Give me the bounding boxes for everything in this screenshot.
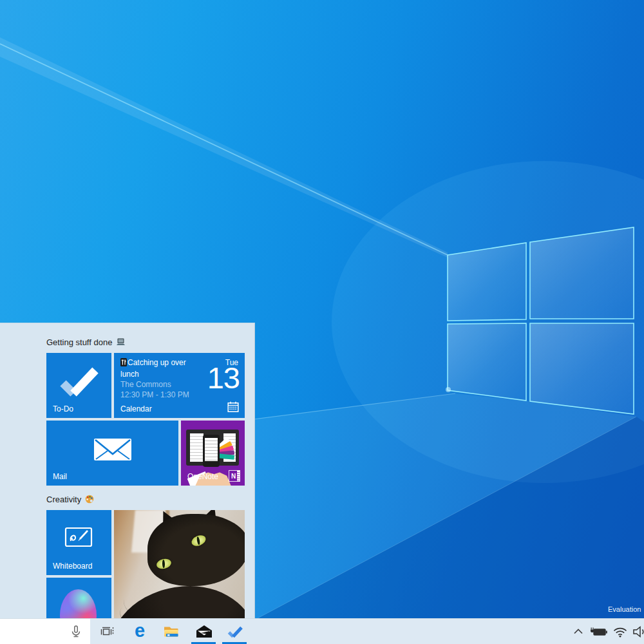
- logo-pane-bottom-right: [530, 323, 634, 414]
- logo-pane-bottom-left: [448, 323, 526, 401]
- tile-mail[interactable]: Mail: [46, 421, 178, 486]
- logo-pane-top-left: [448, 243, 526, 321]
- onenote-logo-letter: N: [231, 473, 236, 480]
- desktop: Evaluation Getting stuff done To-Do: [0, 0, 644, 644]
- speaker-icon: [632, 624, 644, 639]
- cat-photo: [114, 510, 245, 618]
- tile-group-title: Creativity: [46, 495, 81, 504]
- tile-photos[interactable]: [114, 510, 245, 618]
- tile-label: OneNote: [187, 472, 218, 481]
- volume-tray-button[interactable]: [632, 619, 644, 644]
- file-explorer-button[interactable]: [158, 619, 186, 644]
- cat-pupil: [196, 536, 200, 545]
- battery-charging-icon: [590, 626, 609, 638]
- dining-icon: [120, 358, 127, 369]
- checkmark-icon: [58, 364, 100, 399]
- phone-art: [203, 435, 220, 467]
- calendar-event: Catching up over lunch The Commons 12:30…: [120, 357, 199, 400]
- whiteboard-icon: [64, 526, 94, 549]
- calendar-day-number: 13: [207, 363, 240, 393]
- tile-group-title: Getting stuff done: [46, 337, 112, 347]
- tile-label: Whiteboard: [53, 562, 92, 571]
- cat-head: [147, 514, 245, 586]
- calendar-event-title: Catching up over lunch: [120, 358, 186, 379]
- evaluation-watermark: Evaluation: [608, 605, 641, 613]
- mail-icon: [196, 625, 212, 638]
- start-menu-tile-panel: Getting stuff done To-Do: [0, 323, 255, 618]
- battery-tray-button[interactable]: [589, 619, 611, 644]
- balloon-icon: [60, 589, 97, 618]
- onenote-logo: N: [229, 471, 240, 481]
- microphone-icon: [68, 624, 84, 639]
- edge-button[interactable]: e: [126, 619, 154, 644]
- todo-button[interactable]: [221, 619, 249, 644]
- tile-group-header-creativity[interactable]: Creativity: [46, 493, 94, 505]
- wifi-icon: [612, 624, 628, 639]
- show-hidden-icons-button[interactable]: [569, 619, 587, 644]
- tile-onenote[interactable]: N OneNote: [181, 421, 245, 486]
- todo-check-icon: [227, 623, 243, 640]
- taskbar: e: [0, 618, 644, 644]
- file-explorer-icon: [164, 625, 180, 638]
- tile-paint3d[interactable]: [46, 578, 111, 618]
- light-beam: [0, 37, 448, 258]
- search-microphone-button[interactable]: [67, 624, 85, 639]
- logo-corner-glow: [446, 387, 451, 392]
- tile-label: Calendar: [120, 404, 152, 413]
- tile-calendar[interactable]: Catching up over lunch The Commons 12:30…: [114, 353, 245, 418]
- calendar-event-time: 12:30 PM - 1:30 PM: [120, 390, 199, 400]
- task-view-icon: [100, 624, 115, 639]
- document-page-art: [190, 433, 204, 462]
- light-beam-line: [0, 44, 448, 255]
- envelope-icon: [94, 435, 131, 460]
- calendar-event-location: The Commons: [120, 379, 199, 390]
- calendar-icon: [227, 401, 239, 413]
- chevron-up-icon: [571, 624, 586, 639]
- onenote-logo-binding: [237, 471, 240, 481]
- edge-icon: e: [135, 621, 145, 640]
- phone-screen-art: [205, 438, 218, 461]
- tile-group-header-getting-stuff-done[interactable]: Getting stuff done: [46, 336, 126, 348]
- task-view-button[interactable]: [93, 619, 122, 644]
- laptop-emoji-icon: [116, 338, 126, 346]
- tile-whiteboard[interactable]: Whiteboard: [46, 510, 111, 575]
- tile-todo[interactable]: To-Do: [46, 353, 111, 418]
- taskbar-search-box[interactable]: [0, 619, 90, 644]
- wifi-tray-button[interactable]: [611, 619, 629, 644]
- mail-button[interactable]: [190, 619, 218, 644]
- logo-pane-top-right: [530, 227, 634, 319]
- cat-pupil: [162, 560, 165, 568]
- tile-label: Mail: [53, 472, 67, 481]
- tile-label: To-Do: [53, 404, 73, 413]
- palette-emoji-icon: [85, 495, 94, 504]
